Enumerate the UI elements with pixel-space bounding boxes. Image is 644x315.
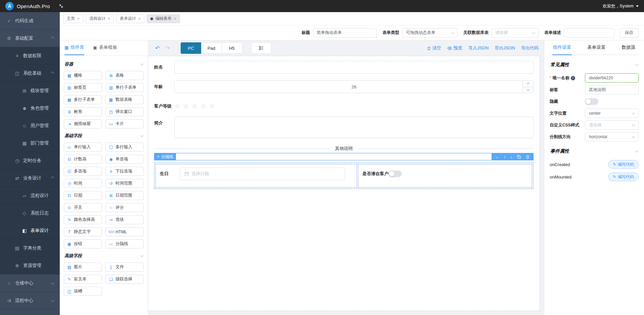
component-item[interactable]: ⊡ 日期	[64, 191, 102, 200]
component-item[interactable]: ◫ 插槽	[64, 287, 102, 296]
form-grid-row[interactable]: 生日 选择日期 是否潜在客户	[154, 163, 534, 189]
form-title-input[interactable]: 简单拖动表单	[313, 28, 377, 38]
potential-customer-toggle[interactable]	[388, 170, 402, 177]
edit-code-button[interactable]: ✎ 编写代码	[608, 172, 639, 181]
export-code-button[interactable]: 导出代码	[521, 45, 539, 51]
sidebar-item[interactable]: ⌂ 仓储中心	[0, 274, 60, 292]
close-icon[interactable]: ×	[108, 16, 110, 21]
field-row-rating[interactable]: 客户等级 ☆ ☆ ☆ ☆ ☆	[154, 100, 534, 110]
user-menu[interactable]: 欢迎您，System	[603, 3, 639, 9]
sidebar-item[interactable]: ✓ 代码生成	[0, 12, 60, 30]
component-item[interactable]: ▣ 按钮	[64, 239, 102, 248]
sidebar-item[interactable]: ◫ 系统基础	[0, 65, 60, 82]
birthday-date-picker[interactable]: 选择日期	[180, 167, 345, 180]
move-down-button[interactable]: ↓	[510, 155, 513, 159]
sidebar-item[interactable]: ▦ 部门管理	[0, 134, 60, 152]
component-item[interactable]: ◷ 时间	[64, 179, 102, 188]
page-tab[interactable]: 主页 ×	[63, 14, 83, 23]
inspector-tab[interactable]: 表单设置	[587, 40, 606, 55]
preview-button[interactable]: 预览	[447, 45, 462, 51]
field-row-name[interactable]: 姓名	[154, 61, 534, 74]
component-item[interactable]: ⊞ 表格	[105, 71, 144, 80]
close-icon[interactable]: ×	[138, 16, 141, 21]
sidebar-item[interactable]: ▤ 字典分类	[0, 239, 60, 257]
sidebar-item[interactable]: ▱ 流程设计	[0, 187, 60, 204]
sidebar-item[interactable]: ◇ 系统日志	[0, 204, 60, 222]
close-icon[interactable]: ×	[174, 16, 176, 21]
move-left-button[interactable]: ←	[495, 155, 499, 159]
db-table-select[interactable]: 请选择	[492, 28, 539, 38]
sidebar-item[interactable]: ⇉ 流程中心	[0, 292, 60, 309]
field-row-age[interactable]: 年龄 26	[154, 80, 534, 93]
field-row-intro[interactable]: 简介	[154, 117, 534, 138]
sidebar-item[interactable]: ◷ 定时任务	[0, 152, 60, 169]
device-tab[interactable]: Pad	[201, 42, 222, 54]
info-icon[interactable]: i	[571, 76, 575, 80]
sidebar-item[interactable]: ▣ 附件管理	[0, 309, 60, 315]
page-tab[interactable]: 流程设计 ×	[86, 14, 114, 23]
section-header-advanced-fields[interactable]: 高级字段	[64, 253, 143, 259]
close-icon[interactable]: ×	[77, 16, 80, 21]
component-item[interactable]: ◉ 单选项	[105, 155, 144, 164]
outline-tree-button[interactable]	[251, 42, 271, 54]
star-icon[interactable]: ☆	[174, 103, 180, 110]
selected-widget-badge[interactable]: + 分隔线	[154, 153, 176, 160]
sidebar-item[interactable]: ◧ 表单设计	[0, 222, 60, 239]
component-item[interactable]: ▤ 标签页	[64, 83, 102, 92]
sidebar-item[interactable]: ☺ 用户管理	[0, 117, 60, 134]
component-item[interactable]: ❏ 级联选择	[105, 275, 144, 284]
library-tab[interactable]: ▦ 组件库	[64, 40, 84, 55]
increase-button[interactable]	[523, 81, 533, 87]
field-cell-potential[interactable]: 是否潜在客户	[358, 164, 532, 188]
component-item[interactable]: ⊸ 滑块	[105, 215, 144, 224]
custom-css-select[interactable]: 请选择	[585, 120, 639, 130]
event-props-header[interactable]: 事件属性	[550, 148, 638, 154]
component-item[interactable]: ⊟ 计数器	[64, 155, 102, 164]
form-canvas[interactable]: 姓名 年龄 26	[148, 56, 540, 311]
star-icon[interactable]: ☆	[192, 103, 198, 110]
sidebar-item[interactable]: ≡ 数据权限	[0, 47, 60, 65]
star-icon[interactable]: ☆	[183, 103, 189, 110]
component-item[interactable]: ☆ 评分	[105, 203, 144, 212]
component-item[interactable]: ✎ 颜色选择器	[64, 215, 102, 224]
component-item[interactable]: ≣ 树形	[64, 107, 102, 116]
sidebar-item[interactable]: ⇄ 业务设计	[0, 169, 60, 187]
component-item[interactable]: T 静态文字	[64, 227, 102, 236]
sidebar-item[interactable]: ⊞ 模块管理	[0, 82, 60, 100]
component-item[interactable]: — 分隔线	[105, 239, 144, 248]
component-item[interactable]: ▩ 数据表格	[105, 95, 144, 104]
import-json-button[interactable]: 导入JSON	[468, 45, 489, 51]
page-tab[interactable]: 编辑表单 ×	[147, 14, 180, 23]
delete-icon[interactable]	[525, 155, 530, 159]
inspector-tab[interactable]: 数据源	[621, 40, 636, 55]
page-tab[interactable]: 表单设计 ×	[116, 14, 144, 23]
divider-component[interactable]: 其他说明	[154, 146, 534, 152]
inspector-tab[interactable]: 组件设置	[552, 40, 572, 55]
hidden-toggle[interactable]	[585, 98, 598, 105]
component-item[interactable]: ▧ 图片	[64, 263, 102, 272]
sidebar-item[interactable]: ☻ 角色管理	[0, 100, 60, 117]
component-item[interactable]: ▦ 多行子表单	[64, 95, 102, 104]
form-desc-input[interactable]	[564, 28, 614, 38]
device-tab[interactable]: PC	[181, 42, 201, 54]
collapse-sidebar-button[interactable]	[59, 4, 63, 8]
intro-textarea[interactable]	[174, 117, 534, 138]
common-props-header[interactable]: 常见属性	[550, 62, 638, 68]
duplicate-icon[interactable]	[517, 155, 521, 159]
star-icon[interactable]: ☆	[200, 103, 206, 110]
age-number-input[interactable]: 26	[174, 80, 534, 93]
sidebar-item[interactable]: ⊕ 资源管理	[0, 257, 60, 274]
text-position-select[interactable]: center	[585, 109, 639, 118]
component-item[interactable]: ◳ 弹出窗口	[105, 107, 144, 116]
section-header-basic-fields[interactable]: 基础字段	[64, 133, 143, 139]
name-input[interactable]	[174, 61, 534, 74]
component-item[interactable]: ▯ 文件	[105, 263, 144, 272]
redo-button[interactable]: ↷	[165, 45, 170, 52]
edit-code-button[interactable]: ✎ 编写代码	[608, 160, 639, 169]
component-item[interactable]: </> HTML	[105, 227, 144, 236]
component-item[interactable]: ▭ 单行输入	[64, 143, 102, 152]
selected-widget-frame[interactable]: + 分隔线 ← ↑ ↓	[154, 153, 534, 160]
component-item[interactable]: ▥ 单行子表单	[105, 83, 144, 92]
component-item[interactable]: ☐ 多行输入	[105, 143, 144, 152]
device-tab[interactable]: H5	[222, 42, 242, 54]
